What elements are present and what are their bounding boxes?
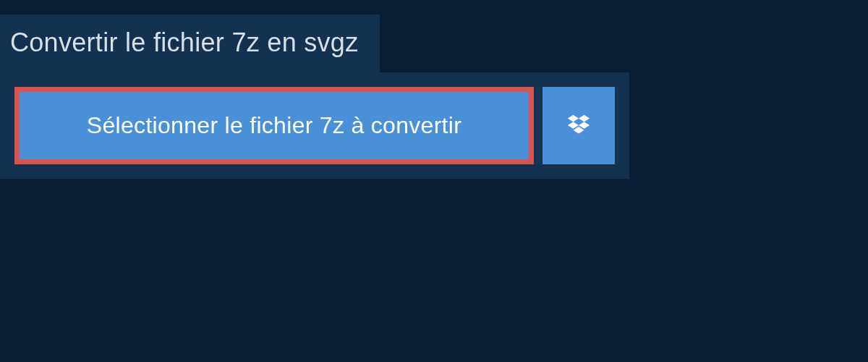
page-header-tab: Convertir le fichier 7z en svgz [0,14,380,72]
dropbox-icon [565,112,592,140]
page-title: Convertir le fichier 7z en svgz [10,28,358,58]
select-file-label: Sélectionner le fichier 7z à convertir [87,112,461,139]
select-file-button[interactable]: Sélectionner le fichier 7z à convertir [14,87,534,164]
upload-panel: Sélectionner le fichier 7z à convertir [0,72,629,179]
dropbox-button[interactable] [542,87,615,164]
